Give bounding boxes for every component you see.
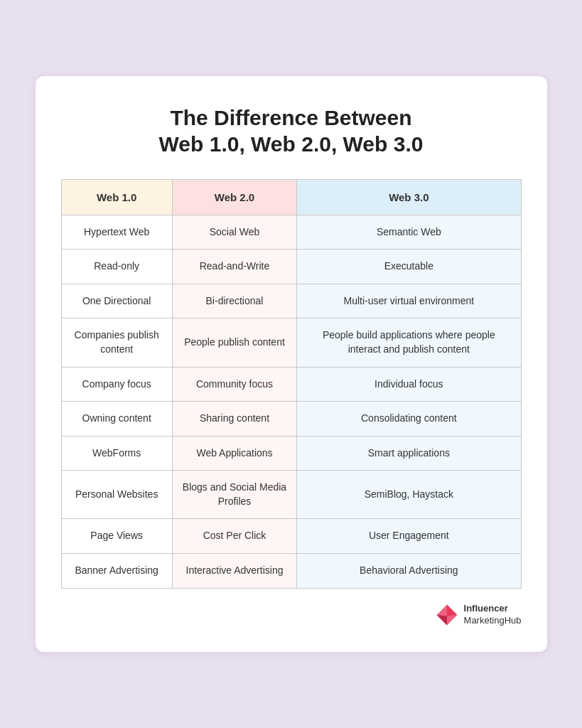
- table-row: Personal WebsitesBlogs and Social Media …: [61, 471, 521, 519]
- table-cell: People publish content: [172, 318, 296, 367]
- table-cell: Companies publish content: [61, 318, 172, 367]
- table-cell: Page Views: [61, 519, 172, 554]
- table-row: Page ViewsCost Per ClickUser Engagement: [61, 519, 521, 554]
- table-cell: Company focus: [61, 367, 172, 402]
- table-cell: Blogs and Social Media Profiles: [172, 471, 296, 519]
- logo-icon: [436, 604, 458, 626]
- table-header-row: Web 1.0 Web 2.0 Web 3.0: [61, 179, 521, 215]
- table-cell: Read-and-Write: [172, 250, 296, 284]
- header-web3: Web 3.0: [297, 179, 521, 215]
- table-cell: WebForms: [61, 436, 172, 471]
- header-web2: Web 2.0: [172, 179, 296, 215]
- table-body: Hypertext WebSocial WebSemantic WebRead-…: [61, 215, 521, 588]
- table-cell: Bi-directional: [172, 284, 296, 318]
- logo-brand2: MarketingHub: [464, 615, 522, 626]
- table-cell: Interactive Advertising: [172, 554, 296, 589]
- table-cell: People build applications where people i…: [297, 318, 521, 367]
- table-cell: Cost Per Click: [172, 519, 296, 554]
- logo-brand: Influencer: [464, 603, 522, 615]
- table-cell: Multi-user virtual environment: [297, 284, 521, 318]
- page-title: The Difference BetweenWeb 1.0, Web 2.0, …: [61, 105, 522, 158]
- main-card: The Difference BetweenWeb 1.0, Web 2.0, …: [36, 76, 547, 653]
- table-cell: Banner Advertising: [61, 554, 172, 589]
- table-row: Hypertext WebSocial WebSemantic Web: [61, 215, 521, 250]
- table-cell: Hypertext Web: [61, 215, 172, 250]
- table-row: Companies publish contentPeople publish …: [61, 318, 521, 367]
- table-row: Company focusCommunity focusIndividual f…: [61, 367, 521, 402]
- header-web1: Web 1.0: [61, 179, 172, 215]
- table-row: Read-onlyRead-and-WriteExecutable: [61, 250, 521, 284]
- table-cell: Social Web: [172, 215, 296, 250]
- svg-marker-2: [436, 615, 446, 625]
- table-cell: Community focus: [172, 367, 296, 402]
- table-cell: Read-only: [61, 250, 172, 284]
- table-row: One DirectionalBi-directionalMulti-user …: [61, 284, 521, 318]
- table-cell: Behavioral Advertising: [297, 554, 521, 589]
- table-cell: One Directional: [61, 284, 172, 318]
- table-row: Banner AdvertisingInteractive Advertisin…: [61, 554, 521, 589]
- table-cell: Executable: [297, 250, 521, 284]
- table-cell: Web Applications: [172, 436, 296, 471]
- table-row: Owning contentSharing contentConsolidati…: [61, 402, 521, 437]
- table-cell: Consolidating content: [297, 402, 521, 437]
- table-cell: Sharing content: [172, 402, 296, 437]
- table-row: WebFormsWeb ApplicationsSmart applicatio…: [61, 436, 521, 471]
- comparison-table: Web 1.0 Web 2.0 Web 3.0 Hypertext WebSoc…: [61, 179, 522, 589]
- logo-text: Influencer MarketingHub: [464, 603, 522, 627]
- table-cell: Owning content: [61, 402, 172, 437]
- table-cell: SemiBlog, Haystack: [297, 471, 521, 519]
- table-cell: Semantic Web: [297, 215, 521, 250]
- table-cell: Individual focus: [297, 367, 521, 402]
- table-cell: User Engagement: [297, 519, 521, 554]
- svg-marker-1: [447, 604, 457, 616]
- table-cell: Smart applications: [297, 436, 521, 471]
- logo-area: Influencer MarketingHub: [61, 603, 522, 627]
- table-cell: Personal Websites: [61, 471, 172, 519]
